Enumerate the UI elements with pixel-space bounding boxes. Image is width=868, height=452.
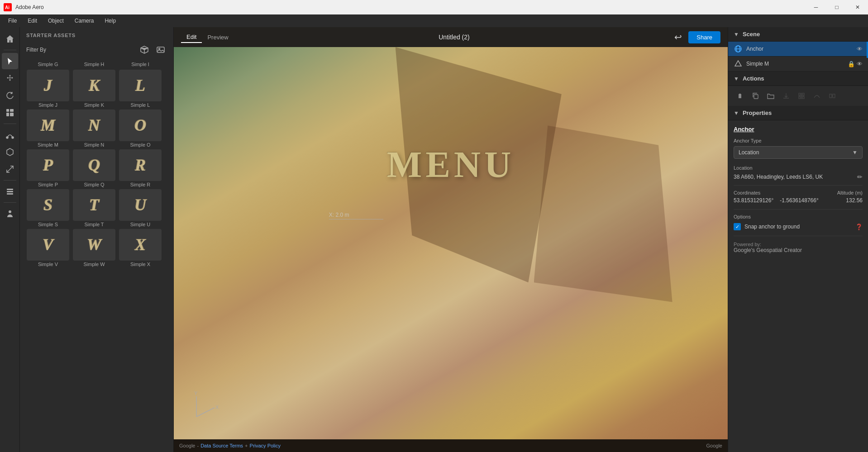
menu-object[interactable]: Object	[43, 16, 68, 26]
delete-action-button[interactable]	[734, 90, 746, 102]
asset-item-i[interactable]: Simple I	[119, 62, 162, 68]
snap-anchor-checkbox[interactable]: ✓	[734, 223, 741, 230]
folder-action-button[interactable]	[764, 90, 777, 102]
anchor-type-value: Location	[739, 149, 759, 156]
close-button[interactable]: ✕	[847, 0, 868, 14]
duplicate-action-button[interactable]	[749, 90, 762, 102]
asset-row-2: J Simple J K Simple K L Simple L	[26, 70, 167, 108]
download-action-button	[780, 90, 792, 102]
svg-line-8	[7, 166, 13, 172]
menu-file[interactable]: File	[4, 16, 21, 26]
anchor-eye-icon[interactable]: 👁	[857, 46, 863, 52]
asset-item-k[interactable]: K Simple K	[72, 70, 116, 108]
rotate-tool-button[interactable]	[2, 87, 18, 104]
svg-point-14	[159, 48, 160, 50]
minimize-button[interactable]: ─	[806, 0, 826, 14]
svg-rect-28	[799, 97, 801, 99]
asset-thumb-x: X	[119, 229, 162, 261]
menu-edit[interactable]: Edit	[23, 16, 42, 26]
asset-row-1: Simple G Simple H Simple I	[26, 62, 167, 68]
properties-section-header[interactable]: ▼ Properties	[728, 106, 868, 120]
asset-item-q[interactable]: Q Simple Q	[72, 149, 116, 187]
properties-chevron-icon: ▼	[734, 110, 739, 116]
viewport[interactable]: Edit Preview Untitled (2) ↩ Share MENU X…	[174, 27, 728, 452]
move-tool-button[interactable]	[2, 70, 18, 86]
asset-item-w[interactable]: W Simple W	[72, 229, 116, 267]
menu-camera[interactable]: Camera	[70, 16, 99, 26]
snap-anchor-help-icon[interactable]: ❓	[855, 224, 863, 230]
assets-panel: STARTER ASSETS Filter By	[20, 27, 174, 452]
asset-name-l: Simple L	[131, 102, 150, 108]
scene-section-header[interactable]: ▼ Scene	[728, 27, 868, 42]
footer-data-source-link[interactable]: Data Source Terms	[200, 443, 243, 448]
svg-line-15	[196, 408, 215, 417]
options-label: Options	[734, 214, 863, 219]
simple-m-lock-icon[interactable]: 🔒	[848, 61, 855, 67]
anchor-properties-title[interactable]: Anchor	[734, 126, 863, 133]
properties-divider-2	[734, 209, 863, 209]
starter-assets-title: STARTER ASSETS	[26, 33, 76, 38]
svg-rect-9	[7, 189, 13, 190]
asset-name-w: Simple W	[83, 262, 105, 267]
asset-item-p[interactable]: P Simple P	[26, 149, 70, 187]
asset-item-m[interactable]: M Simple M	[26, 109, 70, 147]
asset-item-n[interactable]: N Simple N	[72, 109, 116, 147]
asset-item-s[interactable]: S Simple S	[26, 189, 70, 227]
menubar: File Edit Object Camera Help	[0, 14, 868, 27]
preview-tab[interactable]: Preview	[202, 32, 234, 43]
curve-action-button	[811, 90, 823, 102]
asset-name-x: Simple X	[130, 262, 150, 267]
asset-item-g[interactable]: Simple G	[26, 62, 70, 68]
location-edit-icon[interactable]: ✏	[857, 173, 863, 181]
asset-item-v[interactable]: V Simple V	[26, 229, 70, 267]
layers-tool-button[interactable]	[2, 183, 18, 200]
svg-rect-3	[10, 109, 14, 112]
anchor-item-controls: 👁	[857, 46, 863, 52]
svg-rect-25	[754, 95, 758, 99]
scene-item-simple-m[interactable]: Simple M 🔒 👁	[728, 57, 868, 71]
3d-filter-button[interactable]	[138, 43, 151, 56]
svg-point-7	[12, 137, 14, 138]
simple-m-eye-icon[interactable]: 👁	[857, 61, 863, 67]
edit-tab[interactable]: Edit	[181, 32, 202, 43]
grid-tool-button[interactable]	[2, 105, 18, 121]
asset-label-i: Simple I	[131, 62, 149, 67]
svg-rect-33	[833, 94, 835, 98]
asset-item-j[interactable]: J Simple J	[26, 70, 70, 108]
asset-thumb-o: O	[119, 109, 162, 141]
person-tool-button[interactable]	[2, 205, 18, 222]
maximize-button[interactable]: □	[826, 0, 847, 14]
anchor-type-dropdown[interactable]: Location ▼	[734, 146, 863, 159]
powered-by-value: Google's Geospatial Creator	[734, 247, 863, 253]
image-filter-button[interactable]	[154, 43, 167, 56]
asset-item-o[interactable]: O Simple O	[119, 109, 162, 147]
scene-item-anchor[interactable]: Anchor 👁	[728, 42, 868, 57]
asset-item-t[interactable]: T Simple T	[72, 189, 116, 227]
main-layout: STARTER ASSETS Filter By	[0, 27, 868, 452]
asset-item-x[interactable]: X Simple X	[119, 229, 162, 267]
select-tool-button[interactable]	[2, 53, 18, 69]
asset-item-r[interactable]: R Simple R	[119, 149, 162, 187]
undo-button[interactable]: ↩	[674, 32, 682, 43]
menu-help[interactable]: Help	[100, 16, 120, 26]
window-controls: ─ □ ✕	[806, 0, 868, 14]
asset-name-v: Simple V	[38, 262, 58, 267]
dropdown-arrow-icon: ▼	[852, 149, 858, 156]
viewport-footer: Google - Data Source Terms + Privacy Pol…	[174, 439, 728, 452]
asset-row-3: M Simple M N Simple N O Simple O	[26, 109, 167, 147]
actions-section-header[interactable]: ▼ Actions	[728, 71, 868, 86]
scale-tool-button[interactable]	[2, 161, 18, 177]
footer-privacy-link[interactable]: Privacy Policy	[250, 443, 281, 448]
footer-separator-1: -	[197, 443, 199, 448]
asset-item-h[interactable]: Simple H	[72, 62, 116, 68]
app-icon: Ai	[4, 3, 12, 11]
snap-anchor-row: ✓ Snap anchor to ground ❓	[734, 223, 863, 230]
location-label: Location	[734, 165, 863, 171]
asset-item-l[interactable]: L Simple L	[119, 70, 162, 108]
asset-item-u[interactable]: U Simple U	[119, 189, 162, 227]
share-button[interactable]: Share	[688, 31, 720, 43]
transform-tool-button[interactable]	[2, 144, 18, 160]
path-tool-button[interactable]	[2, 127, 18, 143]
assets-header: STARTER ASSETS	[20, 27, 173, 42]
home-tool-button[interactable]	[2, 31, 18, 47]
